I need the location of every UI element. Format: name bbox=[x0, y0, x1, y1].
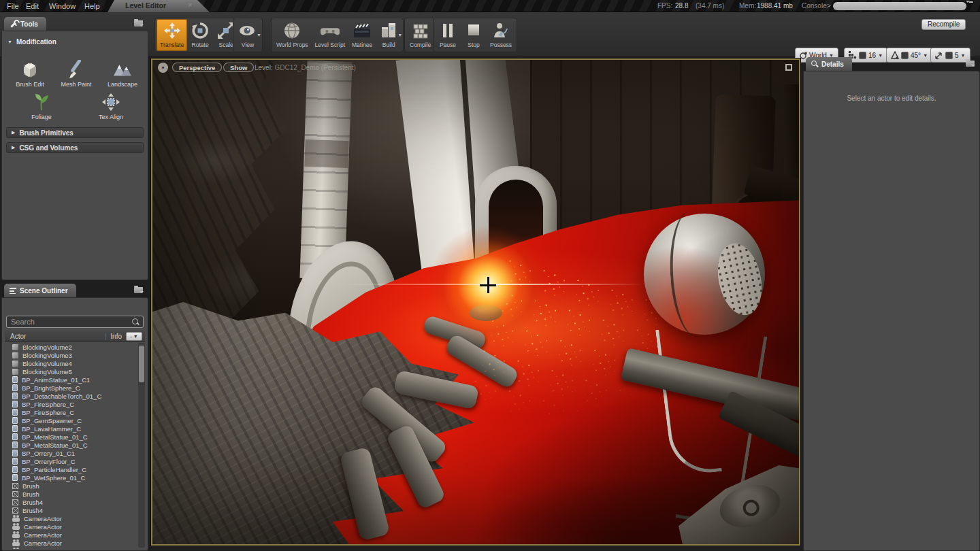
perspective-viewport[interactable]: ▼ Perspective Show Level: GDC12_Demo (Pe… bbox=[151, 59, 800, 546]
column-separator: | bbox=[105, 333, 107, 340]
level-indicator: Level: GDC12_Demo (Persistent) bbox=[255, 64, 356, 71]
layout-folder-icon[interactable] bbox=[134, 20, 143, 27]
translate-button[interactable]: Translate bbox=[157, 19, 187, 51]
tex-align-tool[interactable]: Tex Align bbox=[88, 93, 133, 120]
outliner-row[interactable]: BP_AnimStatue_01_C1 bbox=[5, 375, 137, 384]
outliner-row[interactable]: CameraActor bbox=[5, 522, 137, 531]
scrollbar-thumb[interactable] bbox=[139, 346, 144, 382]
outliner-row[interactable]: BlockingVolume4 bbox=[5, 359, 137, 367]
build-button[interactable]: Build ▼ bbox=[376, 19, 402, 51]
play-controls-group: Pause Stop Possess bbox=[433, 18, 517, 52]
mem-label: Mem: bbox=[739, 2, 756, 10]
close-icon[interactable]: × bbox=[188, 1, 192, 9]
outliner-row[interactable]: BP_LavaHammer_C bbox=[5, 424, 137, 433]
scene-outliner-panel: Scene Outliner Actor | Info - ▼ Blocking… bbox=[1, 284, 148, 551]
brush-edit-tool[interactable]: Brush Edit bbox=[7, 60, 52, 88]
translate-icon bbox=[163, 21, 182, 40]
viewport-options-button[interactable]: ▼ bbox=[158, 63, 168, 73]
menu-help[interactable]: Help bbox=[80, 0, 104, 12]
outliner-row[interactable]: BP_WetSphere_01_C bbox=[5, 473, 137, 482]
rotate-button[interactable]: Rotate bbox=[187, 19, 213, 51]
column-actor[interactable]: Actor bbox=[10, 333, 105, 340]
tab-scene-outliner[interactable]: Scene Outliner bbox=[4, 284, 76, 297]
outliner-row[interactable]: Brush4 bbox=[5, 506, 137, 514]
section-csg-volumes[interactable]: ▶ CSG and Volumes bbox=[6, 142, 144, 153]
compile-label: Compile bbox=[410, 41, 431, 48]
search-input[interactable] bbox=[7, 318, 132, 326]
outliner-row[interactable]: BP_Orrery_01_C1 bbox=[5, 449, 137, 457]
possess-person-icon bbox=[491, 21, 510, 40]
outliner-row[interactable]: BlockingVolume3 bbox=[5, 351, 137, 359]
chevron-collapsed-icon: ▶ bbox=[12, 130, 15, 135]
maximize-viewport-icon[interactable] bbox=[785, 64, 792, 71]
outliner-row[interactable]: BP_FireSphere_C bbox=[5, 408, 137, 416]
foliage-label: Foliage bbox=[19, 114, 64, 120]
outliner-column-header: Actor | Info - ▼ bbox=[5, 331, 145, 342]
details-tab-label: Details bbox=[821, 61, 844, 68]
brush-icon bbox=[12, 491, 18, 497]
tools-tab-label: Tools bbox=[20, 20, 38, 28]
info-filter-dropdown[interactable]: - ▼ bbox=[126, 332, 142, 341]
outliner-row[interactable]: BP_GemSpawner_C bbox=[5, 416, 137, 424]
layout-folder-icon[interactable] bbox=[966, 61, 975, 67]
cube-icon bbox=[12, 352, 18, 358]
stop-button[interactable]: Stop bbox=[461, 19, 487, 51]
menu-edit[interactable]: Edit bbox=[22, 0, 43, 12]
mountains-icon bbox=[112, 60, 133, 79]
outliner-row[interactable]: BP_ParticleHandler_C bbox=[5, 465, 137, 473]
rotate-icon bbox=[191, 21, 210, 40]
outliner-row[interactable]: BP_FireSphere_C bbox=[5, 400, 137, 408]
tex-align-arrows-icon bbox=[101, 93, 121, 112]
stop-icon bbox=[464, 21, 483, 40]
outliner-row[interactable]: BP_BrightSphere_C bbox=[5, 384, 137, 392]
mem-value: 1988.41 mb bbox=[757, 2, 793, 10]
level-script-button[interactable]: Level Script bbox=[312, 19, 348, 51]
eye-icon bbox=[238, 21, 257, 40]
outliner-row[interactable]: BlockingVolume5 bbox=[5, 367, 137, 375]
outliner-row[interactable]: CameraActor bbox=[5, 547, 137, 549]
outliner-row[interactable]: CameraActor bbox=[5, 531, 137, 539]
console-input[interactable] bbox=[833, 2, 966, 10]
outliner-row[interactable]: BP_MetalStatue_01_C bbox=[5, 433, 137, 441]
bp-icon bbox=[12, 376, 18, 383]
outliner-row[interactable]: CameraActor bbox=[5, 514, 137, 522]
show-menu-button[interactable]: Show bbox=[223, 63, 254, 72]
view-button[interactable]: View ▼ bbox=[235, 19, 261, 51]
compile-button[interactable]: Compile bbox=[406, 19, 434, 51]
perspective-menu-button[interactable]: Perspective bbox=[172, 63, 222, 72]
outliner-row[interactable]: Brush4 bbox=[5, 498, 137, 506]
matinee-label: Matinee bbox=[352, 41, 372, 48]
matinee-button[interactable]: Matinee bbox=[348, 19, 376, 51]
outliner-row[interactable]: BlockingVolume2 bbox=[5, 343, 137, 351]
section-modification[interactable]: ▼ Modification bbox=[7, 38, 56, 46]
viewport-scene[interactable] bbox=[152, 60, 799, 544]
outliner-scrollbar bbox=[138, 343, 145, 548]
foliage-tool[interactable]: Foliage bbox=[19, 93, 64, 120]
pause-button[interactable]: Pause bbox=[435, 19, 461, 51]
layout-folder-icon[interactable] bbox=[134, 287, 143, 293]
cube-icon bbox=[12, 344, 18, 350]
outliner-row[interactable]: Brush bbox=[5, 490, 137, 498]
outliner-row[interactable]: Brush bbox=[5, 482, 137, 490]
column-info[interactable]: Info bbox=[110, 333, 122, 340]
console-label: Console> bbox=[802, 2, 831, 10]
recompile-button[interactable]: Recompile bbox=[921, 19, 966, 30]
tab-details[interactable]: Details bbox=[806, 57, 852, 71]
outliner-row[interactable]: CameraActor bbox=[5, 539, 137, 547]
outliner-row[interactable]: BP_MetalStatue_01_C bbox=[5, 441, 137, 449]
brush-edit-cube-icon bbox=[20, 60, 40, 79]
outliner-row[interactable]: BP_DetachableTorch_01_C bbox=[5, 392, 137, 400]
outliner-row[interactable]: BP_OrreryFloor_C bbox=[5, 457, 137, 465]
bp-icon bbox=[12, 393, 18, 399]
world-props-button[interactable]: World Props bbox=[273, 19, 312, 51]
possess-button[interactable]: Possess bbox=[487, 19, 515, 51]
menu-file[interactable]: File bbox=[3, 0, 23, 12]
tab-tools[interactable]: Tools bbox=[4, 17, 46, 31]
tab-level-editor[interactable]: Level Editor × bbox=[108, 0, 211, 12]
tab-label: Level Editor bbox=[125, 1, 166, 10]
menu-window[interactable]: Window bbox=[45, 0, 80, 12]
buildings-icon bbox=[379, 21, 398, 40]
mesh-paint-tool[interactable]: Mesh Paint bbox=[54, 60, 99, 88]
landscape-tool[interactable]: Landscape bbox=[100, 60, 145, 88]
section-brush-primitives[interactable]: ▶ Brush Primitives bbox=[6, 127, 144, 138]
